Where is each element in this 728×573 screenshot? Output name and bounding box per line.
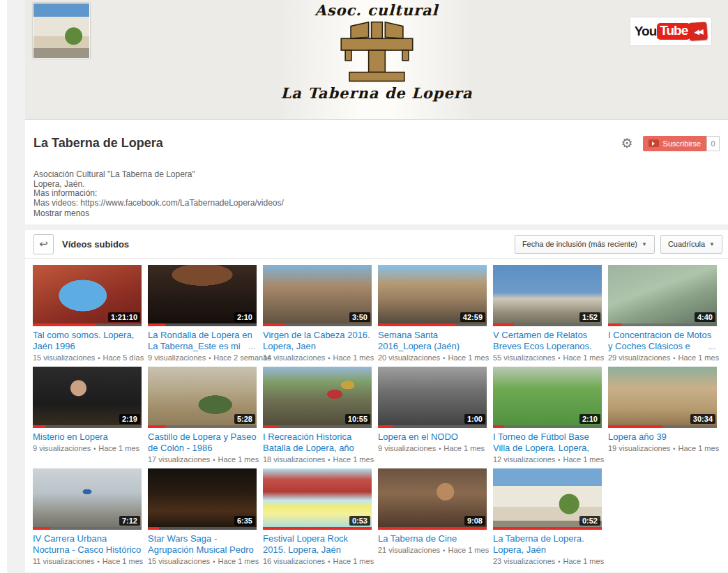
video-title-link[interactable]: IV Carrera Urbana Nocturna - Casco Histó… — [33, 533, 141, 556]
video-card: 7:12 IV Carrera Urbana Nocturna - Casco … — [33, 468, 142, 567]
video-age: Hace 1 mes — [563, 557, 604, 565]
video-views: 20 visualizaciones — [378, 353, 440, 362]
video-thumbnail[interactable]: 6:35 — [148, 468, 257, 530]
video-title-link[interactable]: La Taberna de Lopera. Lopera, Jaén — [493, 533, 584, 555]
meta-separator: • — [98, 355, 100, 362]
video-title-link[interactable]: I Recreación Historica Batalla de Lopera… — [263, 431, 354, 454]
video-card: 1:52 V Certamen de Relatos Breves Ecos L… — [493, 265, 602, 364]
watched-progress-bar — [263, 323, 285, 326]
youtube-logo[interactable]: You Tube ◀◀ — [630, 17, 711, 45]
video-duration-badge: 10:55 — [345, 414, 370, 424]
video-title-link[interactable]: Festival Lopera Rock 2015. Lopera, Jaén — [263, 533, 348, 555]
meta-separator: • — [443, 547, 445, 554]
video-meta: 9 visualizaciones•Hace 1 mes — [378, 444, 487, 452]
video-title-link[interactable]: Lopera en el NODO — [378, 431, 458, 442]
video-age: Hace 1 mes — [218, 557, 259, 565]
video-thumbnail[interactable]: 0:53 — [263, 468, 372, 530]
video-thumbnail[interactable]: 1:00 — [378, 367, 487, 428]
video-duration-badge: 4:40 — [695, 312, 715, 322]
watched-progress-bar — [263, 425, 277, 428]
meta-separator: • — [328, 355, 330, 362]
gear-icon[interactable]: ⚙ — [621, 135, 633, 151]
video-duration-badge: 6:35 — [234, 516, 255, 526]
video-thumbnail[interactable]: 0:52 — [493, 468, 602, 530]
show-less-link[interactable]: Mostrar menos — [33, 208, 720, 218]
video-duration-badge: 42:59 — [460, 312, 485, 322]
video-thumbnail[interactable]: 4:40 — [608, 265, 717, 326]
view-mode-dropdown[interactable]: Cuadrícula ▼ — [660, 235, 722, 254]
video-title-link[interactable]: Misterio en Lopera — [33, 431, 108, 442]
channel-avatar[interactable] — [33, 3, 90, 59]
back-arrow-icon: ↩ — [39, 238, 48, 250]
watched-progress-track — [33, 527, 142, 530]
video-age: Hace 1 mes — [563, 455, 604, 464]
watched-progress-bar — [493, 425, 504, 428]
meta-separator: • — [673, 445, 675, 452]
meta-separator: • — [558, 457, 560, 464]
video-title-link[interactable]: V Certamen de Relatos Breves Ecos Lopera… — [493, 330, 592, 352]
video-thumbnail[interactable]: 5:28 — [148, 367, 257, 428]
watched-progress-track — [148, 527, 257, 530]
video-title-link[interactable]: La Rondalla de Lopera en La Taberna_Este… — [148, 330, 252, 352]
video-meta: 14 visualizaciones•Hace 1 mes — [263, 353, 372, 362]
video-grid: 1:21:10 Tal como somos. Lopera, Jaén 199… — [25, 259, 728, 567]
video-thumbnail[interactable]: 30:34 — [608, 367, 717, 428]
watched-progress-bar — [148, 323, 165, 326]
video-duration-badge: 0:53 — [349, 516, 370, 526]
youtube-logo-you: You — [635, 24, 656, 39]
video-meta: 18 visualizaciones•Hace 1 mes — [263, 455, 372, 464]
video-thumbnail[interactable]: 2:10 — [493, 367, 602, 428]
video-views: 17 visualizaciones — [148, 455, 210, 464]
video-meta: 17 visualizaciones•Hace 1 mes — [148, 455, 257, 464]
video-thumbnail[interactable]: 9:08 — [378, 468, 487, 530]
video-thumbnail[interactable]: 2:19 — [33, 367, 142, 428]
sort-dropdown[interactable]: Fecha de inclusión (más reciente) ▼ — [515, 235, 655, 254]
video-card: 2:10 La Rondalla de Lopera en La Taberna… — [148, 265, 257, 364]
video-views: 29 visualizaciones — [608, 353, 670, 362]
video-card: 6:35 Star Wars Saga - Agrupación Musical… — [148, 468, 257, 567]
video-thumbnail[interactable]: 10:55 — [263, 367, 372, 428]
video-thumbnail[interactable]: 1:52 — [493, 265, 602, 326]
channel-header-card: La Taberna de Lopera ⚙ Suscribirse 0 Aso… — [25, 120, 728, 224]
meta-separator: • — [439, 445, 441, 452]
meta-separator: • — [328, 558, 330, 565]
back-button[interactable]: ↩ — [33, 234, 54, 254]
video-views: 11 visualizaciones — [33, 557, 94, 565]
video-card: 1:21:10 Tal como somos. Lopera, Jaén 199… — [33, 265, 142, 364]
subscribe-button[interactable]: Suscribirse — [643, 136, 706, 151]
watched-progress-bar — [608, 323, 621, 326]
video-title-link[interactable]: Lopera año 39 — [608, 431, 667, 442]
watched-progress-bar — [608, 425, 662, 428]
description-line: Mas videos: https://www.facebook.com/LaT… — [33, 199, 720, 208]
watched-progress-track — [493, 425, 602, 428]
video-title-link[interactable]: Virgen de la Cabeza 2016. Lopera, Jaen — [263, 330, 370, 351]
video-title-link[interactable]: Semana Santa 2016_Lopera (Jaén) — [378, 330, 460, 351]
video-age: Hace 1 mes — [448, 546, 489, 554]
video-age: Hace 1 mes — [333, 557, 374, 565]
video-meta: 29 visualizaciones•Hace 1 mes — [608, 353, 717, 362]
video-meta: 9 visualizaciones•Hace 1 mes — [33, 444, 142, 452]
video-title-link[interactable]: Castillo de Lopera y Paseo de Colón - 19… — [148, 431, 256, 453]
section-gap — [25, 224, 728, 230]
video-meta: 21 visualizaciones•Hace 1 mes — [378, 546, 487, 554]
video-duration-badge: 5:28 — [234, 414, 255, 424]
video-card: 0:53 Festival Lopera Rock 2015. Lopera, … — [263, 468, 372, 567]
video-title-link[interactable]: La Taberna de Cine — [378, 533, 457, 544]
channel-banner: Asoc. cultural La Taberna de Lopera You … — [25, 0, 728, 120]
video-title-link[interactable]: I Concentracion de Motos y Coches Clásic… — [608, 330, 711, 352]
video-thumbnail[interactable]: 1:21:10 — [33, 265, 142, 326]
video-title-link[interactable]: Tal como somos. Lopera, Jaén 1996 — [33, 330, 134, 351]
meta-separator: • — [673, 355, 675, 362]
video-views: 9 visualizaciones — [33, 444, 91, 452]
video-thumbnail[interactable]: 7:12 — [33, 468, 142, 530]
video-meta: 11 visualizaciones•Hace 1 mes — [33, 557, 142, 565]
watched-progress-track — [378, 425, 487, 428]
video-thumbnail[interactable]: 42:59 — [378, 265, 487, 326]
video-title-link[interactable]: I Torneo de Fútbol Base Villa de Lopera.… — [493, 431, 589, 454]
video-title-link[interactable]: Star Wars Saga - Agrupación Musical Pedr… — [148, 533, 254, 556]
channel-title: La Taberna de Lopera — [33, 136, 621, 151]
video-meta: 20 visualizaciones•Hace 1 mes — [378, 353, 487, 362]
video-thumbnail[interactable]: 3:50 — [263, 265, 372, 326]
video-thumbnail[interactable]: 2:10 — [148, 265, 257, 326]
watched-progress-bar — [493, 323, 514, 326]
